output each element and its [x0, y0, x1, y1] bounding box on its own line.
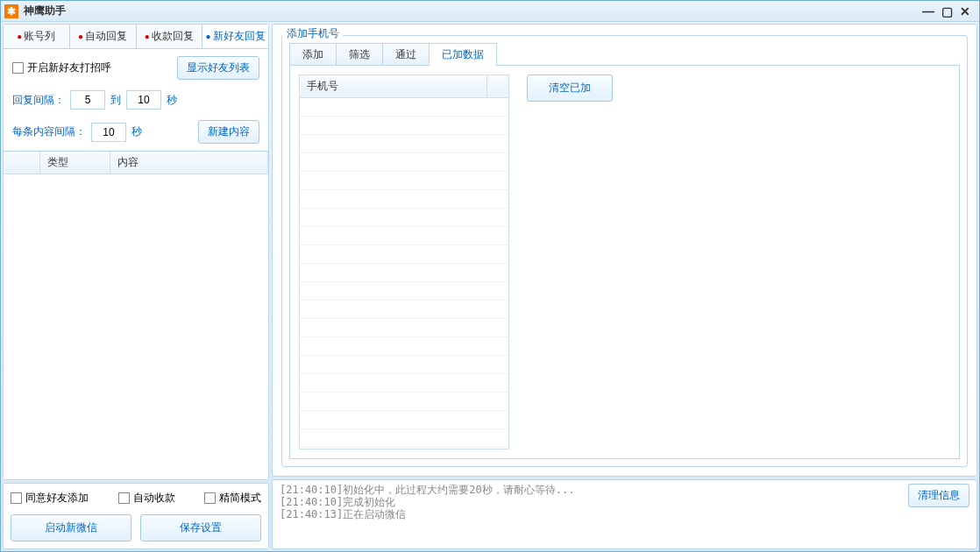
left-panel: ●账号列 ●自动回复 ●收款回复 ●新好友回复 开启新好友打招呼 显示好友列表 — [3, 24, 269, 549]
auto-collect-checkbox[interactable]: 自动收款 — [118, 491, 175, 506]
inner-tab-add[interactable]: 添加 — [289, 43, 337, 66]
add-phone-group: 添加手机号 添加 筛选 通过 已加数据 手机号 — [281, 35, 968, 467]
left-main: ●账号列 ●自动回复 ●收款回复 ●新好友回复 开启新好友打招呼 显示好友列表 — [3, 24, 269, 480]
simple-mode-checkbox[interactable]: 精简模式 — [204, 491, 261, 506]
greet-checkbox[interactable]: 开启新好友打招呼 — [12, 60, 111, 75]
clear-added-button[interactable]: 清空已加 — [527, 74, 613, 102]
start-wechat-button[interactable]: 启动新微信 — [11, 514, 131, 541]
inner-tab-pass[interactable]: 通过 — [382, 43, 430, 66]
phone-col: 手机号 — [300, 75, 487, 97]
tab-payment-reply-label: 收款回复 — [152, 30, 194, 42]
minimize-button[interactable]: — — [922, 4, 934, 18]
phone-grid-body[interactable] — [300, 98, 508, 449]
window-title: 神鹰助手 — [24, 4, 922, 18]
app-icon: ✱ — [4, 4, 18, 18]
tab-new-friend-reply-label: 新好友回复 — [213, 30, 266, 42]
clear-log-button[interactable]: 清理信息 — [908, 484, 969, 507]
content-table-body[interactable] — [4, 174, 268, 479]
log-text: [21:40:10]初始化中，此过程大约需要20秒，请耐心等待... [21:4… — [280, 484, 901, 545]
right-main: 添加手机号 添加 筛选 通过 已加数据 手机号 — [272, 24, 977, 477]
left-controls: 开启新好友打招呼 显示好友列表 回复间隔： 到 秒 — [4, 49, 268, 151]
maximize-button[interactable]: ▢ — [941, 4, 953, 18]
inner-tab-added-data[interactable]: 已加数据 — [429, 43, 497, 66]
tab-new-friend-reply[interactable]: ●新好友回复 — [202, 25, 268, 48]
close-button[interactable]: ✕ — [960, 4, 970, 18]
auto-collect-label: 自动收款 — [133, 491, 175, 506]
col-content: 内容 — [110, 152, 268, 173]
window-controls: — ▢ ✕ — [922, 4, 976, 18]
tab-payment-reply[interactable]: ●收款回复 — [137, 25, 203, 48]
inner-tabs: 添加 筛选 通过 已加数据 — [289, 43, 960, 66]
titlebar[interactable]: ✱ 神鹰助手 — ▢ ✕ — [1, 1, 979, 22]
tab-accounts[interactable]: ●账号列 — [4, 25, 70, 48]
to-label: 到 — [110, 93, 121, 108]
simple-mode-label: 精简模式 — [219, 491, 261, 506]
content-table: 类型 内容 — [4, 151, 268, 479]
body: ●账号列 ●自动回复 ●收款回复 ●新好友回复 开启新好友打招呼 显示好友列表 — [1, 22, 979, 551]
tab-auto-reply-label: 自动回复 — [85, 30, 127, 42]
show-friend-list-button[interactable]: 显示好友列表 — [177, 56, 259, 80]
left-bottom-panel: 同意好友添加 自动收款 精简模式 启动新微信 保存设置 — [3, 483, 269, 549]
reply-interval-label: 回复间隔： — [12, 93, 65, 108]
left-tabs: ●账号列 ●自动回复 ●收款回复 ●新好友回复 — [4, 25, 268, 49]
seconds-label-2: 秒 — [131, 124, 142, 139]
checkbox-icon — [11, 492, 22, 504]
phone-grid: 手机号 — [299, 74, 509, 449]
agree-add-checkbox[interactable]: 同意好友添加 — [11, 491, 89, 506]
right-panel: 添加手机号 添加 筛选 通过 已加数据 手机号 — [272, 24, 977, 549]
col-blank — [4, 152, 40, 173]
tab-accounts-label: 账号列 — [24, 30, 55, 42]
app-window: ✱ 神鹰助手 — ▢ ✕ ●账号列 ●自动回复 ●收款回复 ●新好友回复 — [0, 0, 980, 552]
seconds-label-1: 秒 — [167, 93, 177, 108]
checkbox-icon — [204, 492, 216, 504]
inner-content: 手机号 清空已加 — [289, 65, 960, 459]
content-interval-label: 每条内容间隔： — [12, 124, 86, 139]
greet-checkbox-label: 开启新好友打招呼 — [27, 60, 111, 75]
checkbox-icon — [12, 62, 24, 74]
content-interval-input[interactable] — [91, 123, 126, 142]
save-settings-button[interactable]: 保存设置 — [140, 514, 261, 541]
group-title: 添加手机号 — [283, 26, 343, 41]
phone-col-narrow — [487, 75, 508, 97]
reply-max-input[interactable] — [126, 90, 161, 110]
inner-tab-filter[interactable]: 筛选 — [336, 43, 383, 66]
phone-grid-head: 手机号 — [300, 75, 508, 98]
col-type: 类型 — [40, 152, 110, 173]
log-panel: [21:40:10]初始化中，此过程大约需要20秒，请耐心等待... [21:4… — [272, 479, 977, 549]
checkbox-icon — [118, 492, 130, 504]
new-content-button[interactable]: 新建内容 — [198, 120, 259, 144]
content-table-head: 类型 内容 — [4, 152, 268, 174]
agree-add-label: 同意好友添加 — [25, 491, 89, 506]
main: ●账号列 ●自动回复 ●收款回复 ●新好友回复 开启新好友打招呼 显示好友列表 — [3, 24, 977, 549]
tab-auto-reply[interactable]: ●自动回复 — [70, 25, 137, 48]
reply-min-input[interactable] — [70, 90, 105, 110]
